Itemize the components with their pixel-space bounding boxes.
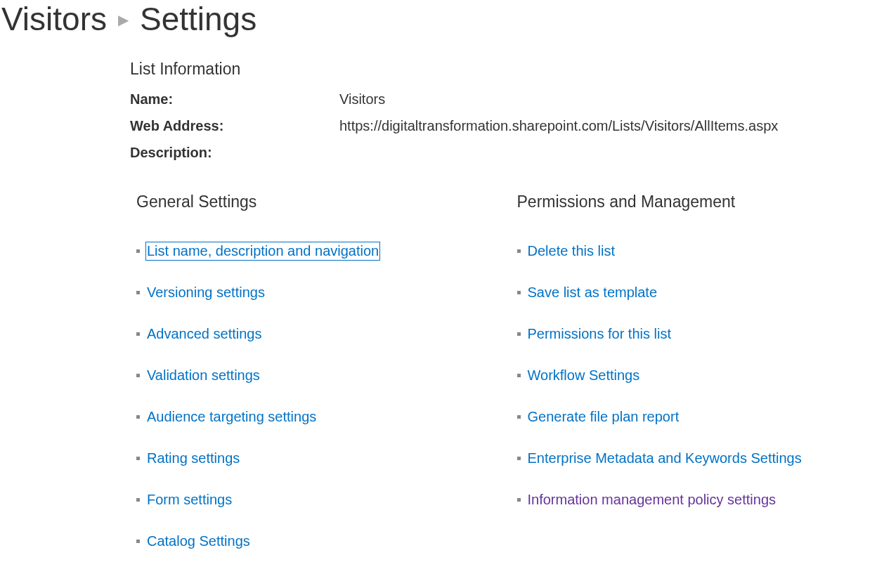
- bullet-icon: [136, 291, 140, 294]
- permissions-management-heading: Permissions and Management: [511, 192, 864, 211]
- chevron-right-icon: ▶: [118, 13, 129, 27]
- info-row-web-address: Web Address: https://digitaltransformati…: [130, 114, 863, 138]
- info-row-description: Description:: [130, 141, 863, 164]
- settings-columns: General Settings List name, description …: [130, 192, 863, 575]
- list-item: Information management policy settings: [511, 492, 864, 508]
- list-item: Delete this list: [511, 243, 864, 259]
- link-catalog-settings[interactable]: Catalog Settings: [147, 533, 250, 549]
- bullet-icon: [136, 249, 140, 253]
- info-row-name: Name: Visitors: [130, 87, 863, 111]
- list-item: Form settings: [130, 492, 483, 508]
- list-item: Enterprise Metadata and Keywords Setting…: [511, 450, 864, 466]
- link-rating-settings[interactable]: Rating settings: [147, 450, 240, 466]
- list-item: Catalog Settings: [130, 533, 483, 549]
- link-audience-targeting-settings[interactable]: Audience targeting settings: [147, 409, 316, 425]
- link-versioning-settings[interactable]: Versioning settings: [147, 285, 265, 301]
- list-item: Save list as template: [511, 285, 864, 301]
- page-header: Visitors ▶ Settings: [0, 0, 877, 39]
- bullet-icon: [517, 498, 521, 502]
- link-validation-settings[interactable]: Validation settings: [147, 367, 260, 384]
- link-delete-this-list[interactable]: Delete this list: [528, 243, 616, 259]
- bullet-icon: [517, 249, 521, 253]
- bullet-icon: [136, 540, 140, 543]
- link-enterprise-metadata-keywords-settings[interactable]: Enterprise Metadata and Keywords Setting…: [528, 450, 802, 466]
- bullet-icon: [136, 415, 140, 419]
- list-item: Advanced settings: [130, 326, 483, 342]
- page-content: List Information Name: Visitors Web Addr…: [0, 60, 877, 575]
- info-value-name: Visitors: [339, 87, 385, 111]
- permissions-management-column: Permissions and Management Delete this l…: [511, 192, 864, 575]
- general-settings-heading: General Settings: [130, 192, 483, 211]
- list-item: List name, description and navigation: [130, 243, 483, 259]
- general-settings-links: List name, description and navigation Ve…: [130, 243, 483, 549]
- bullet-icon: [517, 291, 521, 294]
- breadcrumb-current: Settings: [140, 0, 256, 39]
- permissions-management-links: Delete this list Save list as template P…: [511, 243, 864, 508]
- bullet-icon: [136, 498, 140, 502]
- link-information-management-policy-settings[interactable]: Information management policy settings: [528, 492, 777, 508]
- bullet-icon: [517, 374, 521, 377]
- info-label-web-address: Web Address:: [130, 114, 339, 138]
- list-item: Rating settings: [130, 450, 483, 466]
- list-item: Validation settings: [130, 367, 483, 384]
- breadcrumb: Visitors ▶ Settings: [1, 0, 877, 39]
- bullet-icon: [136, 457, 140, 460]
- link-workflow-settings[interactable]: Workflow Settings: [528, 367, 640, 384]
- bullet-icon: [517, 415, 521, 419]
- list-item: Audience targeting settings: [130, 409, 483, 425]
- list-info-table: Name: Visitors Web Address: https://digi…: [130, 87, 863, 164]
- link-form-settings[interactable]: Form settings: [147, 492, 232, 508]
- bullet-icon: [136, 332, 140, 336]
- link-save-list-as-template[interactable]: Save list as template: [528, 285, 658, 301]
- link-list-name-description-navigation[interactable]: List name, description and navigation: [147, 243, 379, 259]
- list-item: Versioning settings: [130, 285, 483, 301]
- info-label-description: Description:: [130, 141, 339, 164]
- info-value-web-address: https://digitaltransformation.sharepoint…: [339, 114, 778, 138]
- general-settings-column: General Settings List name, description …: [130, 192, 483, 575]
- list-item: Permissions for this list: [511, 326, 864, 342]
- link-permissions-for-this-list[interactable]: Permissions for this list: [528, 326, 672, 342]
- list-info-heading: List Information: [130, 60, 863, 79]
- breadcrumb-parent-link[interactable]: Visitors: [1, 0, 107, 39]
- info-label-name: Name:: [130, 87, 339, 111]
- link-generate-file-plan-report[interactable]: Generate file plan report: [528, 409, 680, 425]
- bullet-icon: [517, 332, 521, 336]
- bullet-icon: [136, 374, 140, 377]
- list-item: Workflow Settings: [511, 367, 864, 384]
- bullet-icon: [517, 457, 521, 460]
- link-advanced-settings[interactable]: Advanced settings: [147, 326, 261, 342]
- list-item: Generate file plan report: [511, 409, 864, 425]
